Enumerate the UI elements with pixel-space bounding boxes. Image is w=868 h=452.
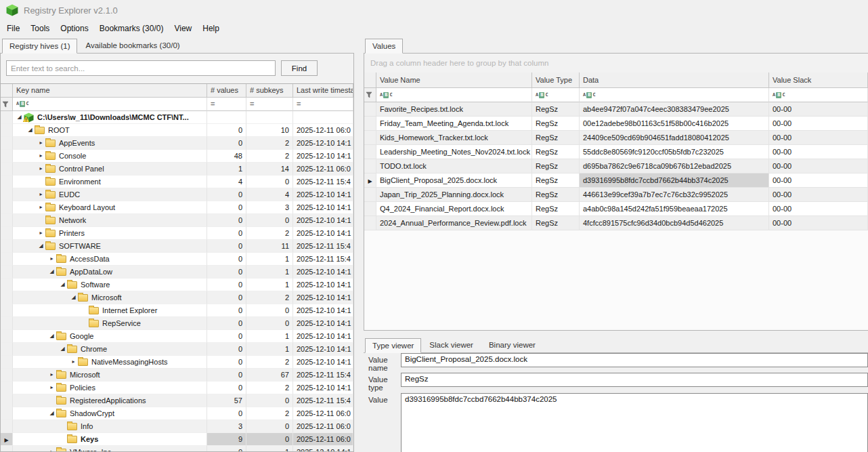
expand-arrow-icon[interactable]: ▸ (47, 253, 56, 265)
tree-row-internet-explorer[interactable]: Internet Explorer002025-12-10 14:1 (1, 304, 353, 317)
search-input[interactable] (6, 60, 276, 76)
value-row-bigclient-proposal-2025-docx-lock[interactable]: ▶BigClient_Proposal_2025.docx.lockRegSzd… (364, 173, 868, 188)
tab-available-bookmarks-30-0[interactable]: Available bookmarks (30/0) (78, 38, 187, 53)
viewer-tab-type-viewer[interactable]: Type viewer (365, 338, 421, 353)
collapse-arrow-icon[interactable]: ◢ (69, 291, 78, 304)
tree-row-registeredapplications[interactable]: RegisteredApplications5702025-12-11 15:4 (1, 394, 353, 407)
tree-row-network[interactable]: Network002025-12-10 14:1 (1, 214, 353, 227)
column-header-value-slack[interactable]: Value Slack (769, 73, 868, 88)
expand-arrow-icon[interactable]: ▸ (37, 201, 45, 213)
filter-value-slack[interactable]: ABC (769, 88, 868, 102)
menu-item-file[interactable]: File (1, 22, 25, 35)
tree-row-root[interactable]: ◢ROOT0102025-12-11 06:0 (1, 124, 353, 137)
column-header-value-name[interactable]: Value Name (376, 73, 532, 88)
collapse-arrow-icon[interactable]: ◢ (47, 330, 56, 342)
column-header-key-name[interactable]: Key name (13, 84, 207, 98)
tree-row-info[interactable]: Info302025-12-11 06:0 (1, 420, 353, 433)
tree-row-appevents[interactable]: ▸AppEvents022025-12-10 14:1 (1, 137, 353, 150)
expand-arrow-icon[interactable]: ▸ (37, 150, 45, 162)
tree-row-nativemessaginghosts[interactable]: ▸NativeMessagingHosts022025-12-10 14:1 (1, 356, 353, 369)
tree-row-repservice[interactable]: RepService002025-12-10 14:1 (1, 317, 353, 330)
menu-item-options[interactable]: Options (55, 22, 93, 35)
cell-num-subkeys: 2 (246, 291, 293, 304)
column-header-values[interactable]: # values (207, 84, 246, 98)
filter-funnel-icon[interactable] (1, 98, 13, 111)
numeric-filter[interactable]: = (246, 98, 293, 111)
tree-row-accessdata[interactable]: ▸AccessData012025-12-11 15:4 (1, 253, 353, 266)
expand-arrow-icon[interactable]: ▸ (47, 382, 56, 394)
column-header-value-type[interactable]: Value Type (532, 73, 580, 88)
key-name-label: Chrome (81, 343, 107, 355)
value-type-field[interactable]: RegSz (401, 373, 868, 387)
tree-row-printers[interactable]: ▸Printers022025-12-10 14:1 (1, 227, 353, 240)
tree-name-filter[interactable]: ABC (13, 98, 207, 111)
collapse-arrow-icon[interactable]: ◢ (37, 240, 45, 252)
collapse-arrow-icon[interactable]: ◢ (47, 407, 56, 419)
folder-icon (67, 281, 77, 289)
column-header-last-write-timesta[interactable]: Last write timesta (293, 84, 353, 98)
menu-item-view[interactable]: View (169, 22, 197, 35)
tree-row-eudc[interactable]: ▸EUDC042025-12-10 14:1 (1, 188, 353, 201)
tree-row-policies[interactable]: ▸Policies022025-12-10 14:1 (1, 382, 353, 394)
value-row-japan-trip-2025-planning-docx-lock[interactable]: Japan_Trip_2025_Planning.docx.lockRegSz4… (364, 188, 868, 202)
tree-row-console[interactable]: ▸Console4822025-12-10 14:1 (1, 150, 353, 163)
value-row-favorite-recipes-txt-lock[interactable]: Favorite_Recipes.txt.lockRegSzab4ee9472f… (364, 102, 868, 117)
value-row-friday-team-meeting-agenda-txt-lock[interactable]: Friday_Team_Meeting_Agenda.txt.lockRegSz… (364, 117, 868, 131)
tree-row-gutter (1, 291, 13, 304)
tree-row-appdatalow[interactable]: ◢AppDataLow012025-12-10 14:1 (1, 266, 353, 279)
numeric-filter[interactable]: = (293, 98, 353, 111)
cell-last-write-timestamp: 2025-12-10 14:1 (293, 356, 353, 369)
collapse-arrow-icon[interactable]: ◢ (47, 266, 56, 278)
viewer-tab-binary-viewer[interactable]: Binary viewer (481, 337, 543, 352)
tree-row-software[interactable]: ◢Software012025-12-10 14:1 (1, 279, 353, 291)
expand-arrow-icon[interactable]: ▸ (69, 356, 78, 368)
tree-row-shadowcrypt[interactable]: ◢ShadowCrypt022025-12-11 06:0 (1, 407, 353, 420)
filter-funnel-icon[interactable] (364, 88, 376, 102)
tree-row-keyboard-layout[interactable]: ▸Keyboard Layout032025-12-10 14:1 (1, 201, 353, 214)
expand-arrow-icon[interactable]: ▸ (37, 137, 45, 149)
cell-num-subkeys: 2 (246, 150, 293, 163)
value-row-q4-2024-financial-report-docx-lock[interactable]: Q4_2024_Financial_Report.docx.lockRegSza… (364, 202, 868, 216)
menu-item-bookmarks-30-0[interactable]: Bookmarks (30/0) (94, 22, 169, 35)
menu-item-tools[interactable]: Tools (25, 22, 55, 35)
column-header-data[interactable]: Data (580, 73, 769, 88)
tree-row-chrome[interactable]: ◢Chrome012025-12-10 14:1 (1, 343, 353, 356)
key-name-label: EUDC (59, 188, 80, 201)
expand-arrow-icon[interactable]: ▸ (47, 369, 56, 381)
tree-row-microsoft[interactable]: ▸Microsoft0672025-12-11 15:4 (1, 369, 353, 382)
menu-item-help[interactable]: Help (197, 22, 225, 35)
tab-registry-hives-1[interactable]: Registry hives (1) (2, 39, 77, 54)
tree-row-software[interactable]: ◢SOFTWARE0112025-12-11 15:4 (1, 240, 353, 253)
numeric-filter[interactable]: = (207, 98, 246, 111)
expand-arrow-icon[interactable]: ▸ (37, 163, 45, 175)
cell-num-subkeys: 1 (246, 279, 293, 291)
tree-key-name: ◢ShadowCrypt (13, 407, 207, 420)
tree-row-google[interactable]: ◢Google012025-12-10 14:1 (1, 330, 353, 343)
filter-data[interactable]: ABC (580, 88, 769, 102)
expand-arrow-icon[interactable]: ▸ (47, 446, 56, 451)
filter-value-type[interactable]: ABC (532, 88, 580, 102)
collapse-arrow-icon[interactable]: ◢ (26, 124, 35, 136)
tree-row-keys[interactable]: ▶Keys902025-12-11 06:0 (1, 433, 353, 446)
find-button[interactable]: Find (281, 60, 318, 76)
expand-arrow-icon[interactable]: ▸ (37, 227, 45, 239)
value-row-kids-homework-tracker-txt-lock[interactable]: Kids_Homework_Tracker.txt.lockRegSz24409… (364, 131, 868, 145)
value-row-leadership-meeting-notes-nov2024-txt-lock[interactable]: Leadership_Meeting_Notes_Nov2024.txt.loc… (364, 145, 868, 159)
collapse-arrow-icon[interactable]: ◢ (58, 343, 67, 355)
viewer-tab-slack-viewer[interactable]: Slack viewer (422, 337, 481, 352)
column-header-subkeys[interactable]: # subkeys (246, 84, 293, 98)
value-row-todo-txt-lock[interactable]: TODO.txt.lockRegSzd695ba7862c9e6718ca09b… (364, 159, 868, 173)
value-row-2024-annual-performance-review-pdf-lock[interactable]: 2024_Annual_Performance_Review.pdf.lockR… (364, 216, 868, 230)
value-name-field[interactable]: BigClient_Proposal_2025.docx.lock (401, 353, 868, 367)
expand-arrow-icon[interactable]: ▸ (37, 188, 45, 201)
tree-row-environment[interactable]: Environment402025-12-11 15:4 (1, 176, 353, 188)
tree-row-c-users-w-11-downloads-mcmc-ctf-nt[interactable]: ◢C:\Users\w_11\Downloads\MCMC CTF\NT... (1, 111, 353, 124)
tree-row-vmware-inc[interactable]: ▸VMware, Inc.012025-12-10 14:1 (1, 446, 353, 451)
filter-value-name[interactable]: ABC (376, 88, 532, 102)
tree-row-microsoft[interactable]: ◢Microsoft022025-12-10 14:1 (1, 291, 353, 304)
value-field[interactable]: d39316995b8fdc7ccbd7662b44bb374c2025 (401, 393, 868, 452)
collapse-arrow-icon[interactable]: ◢ (58, 279, 67, 291)
tree-row-control-panel[interactable]: ▸Control Panel1142025-12-11 06:0 (1, 163, 353, 176)
tab-values[interactable]: Values (365, 39, 403, 54)
focused-row-arrow-icon: ▶ (4, 437, 8, 443)
